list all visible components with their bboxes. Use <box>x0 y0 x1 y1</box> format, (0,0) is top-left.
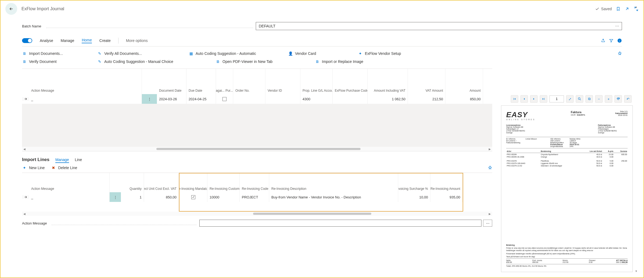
tab-create[interactable]: Create <box>99 38 111 43</box>
popout-icon[interactable] <box>625 6 629 11</box>
info-icon[interactable]: i <box>617 38 622 43</box>
scroll-right-icon[interactable]: ▶ <box>487 148 492 151</box>
delete-icon: ✖ <box>51 166 56 170</box>
cell-vendor-id[interactable] <box>265 94 300 104</box>
pdf-popout-button[interactable]: ⧉ <box>585 95 593 103</box>
vertical-scrollbar[interactable]: ▲ ▼ <box>634 5 639 273</box>
cell-reinv-code[interactable]: PROJECT <box>240 192 269 202</box>
col-quantity[interactable]: Quantity <box>121 173 144 192</box>
action-message-lookup-button[interactable]: ⋯ <box>483 220 492 227</box>
horizontal-scrollbar[interactable]: ◀ ▶ <box>22 147 492 151</box>
cell-reinv-amount[interactable]: 935,00 <box>430 192 463 202</box>
cell-match-order[interactable] <box>216 94 233 104</box>
cell-vat-amount[interactable]: 212,50 <box>408 94 445 104</box>
row-menu-button[interactable]: ⋮ <box>142 94 157 104</box>
cell-purchase-code[interactable] <box>333 94 368 104</box>
scroll-up-icon[interactable]: ▲ <box>635 5 638 8</box>
batch-name-input[interactable]: DEFAULT ⋯ <box>256 22 622 30</box>
col-lines-action-message[interactable]: Action Message <box>29 173 110 192</box>
col-action-message[interactable]: Action Message <box>29 69 142 94</box>
col-vat-amount[interactable]: VAT Amount <box>408 69 445 94</box>
import-replace-image-button[interactable]: 🗎 Import or Replace Image <box>315 59 363 64</box>
exflow-vendor-setup-button[interactable]: ✦ ExFlow Vendor Setup <box>358 51 401 56</box>
col-match-order[interactable]: Mat... agai... Pur... Order <box>216 69 233 94</box>
col-amount[interactable]: Amount <box>445 69 483 94</box>
pdf-zoom-in-button[interactable]: + <box>605 95 612 103</box>
new-line-button[interactable]: ✦ New Line <box>22 166 45 170</box>
col-reinv-mandatory[interactable]: Re-Invoicing Mandatory <box>179 173 207 192</box>
open-pdf-viewer-button[interactable]: 🗎 Open PDF-Viewer in New Tab <box>215 59 299 64</box>
cell-reinv-surcharge[interactable]: 10,00 <box>398 192 430 202</box>
pdf-search-button[interactable] <box>576 95 583 103</box>
checkbox-checked-icon[interactable] <box>191 195 195 199</box>
cell-due-date[interactable]: 2024-04-25 <box>186 94 216 104</box>
import-documents-button[interactable]: 🗎 Import Documents... <box>22 51 81 56</box>
row-menu-button[interactable]: ⋮ <box>110 192 121 202</box>
checkbox-icon[interactable] <box>222 97 226 101</box>
cell-amount-incl-vat[interactable]: 1 062,50 <box>368 94 408 104</box>
cell-direct-unit-cost[interactable]: 850,00 <box>144 192 179 202</box>
pdf-fit-width-button[interactable]: ⤢ <box>566 95 574 103</box>
cell-order-no[interactable] <box>233 94 265 104</box>
pdf-zoom-out-button[interactable]: − <box>595 95 603 103</box>
cell-prop-line[interactable]: 4300 <box>300 94 333 104</box>
col-purchase-code[interactable]: ExFlow Purchase Code <box>333 69 368 94</box>
auto-coding-automatic-button[interactable]: ▦ Auto Coding Suggestion - Automatic <box>189 51 272 56</box>
pdf-last-page-button[interactable] <box>540 95 547 103</box>
pdf-page-input[interactable] <box>549 95 564 102</box>
col-reinv-code[interactable]: Re-Invoicing Code <box>240 173 269 192</box>
pdf-next-page-button[interactable] <box>530 95 538 103</box>
tab-home[interactable]: Home <box>82 38 92 43</box>
delete-line-button[interactable]: ✖ Delete Line <box>51 166 77 170</box>
scroll-right-icon[interactable]: ▶ <box>487 212 492 215</box>
vendor-card-button[interactable]: 👤 Vendor Card <box>288 51 342 56</box>
view-toggle[interactable] <box>22 38 32 43</box>
cell-reinv-customer[interactable]: 10000 <box>207 192 240 202</box>
col-direct-unit-cost[interactable]: Direct Unit Cost Excl. VAT <box>144 173 179 192</box>
col-due-date[interactable]: Due Date <box>186 69 216 94</box>
action-message-input[interactable] <box>199 220 481 227</box>
pdf-refresh-button[interactable] <box>614 95 622 103</box>
back-button[interactable] <box>5 3 17 15</box>
scroll-left-icon[interactable]: ◀ <box>22 148 27 151</box>
pdf-document-preview[interactable]: EASY ONLINE STORES Faktura OCR 3164571 S… <box>501 105 633 272</box>
more-options-button[interactable]: More options <box>126 38 148 43</box>
scroll-left-icon[interactable]: ◀ <box>22 212 27 215</box>
cell-amount[interactable]: 850,00 <box>445 94 483 104</box>
col-vendor-id[interactable]: Vendor ID <box>265 69 300 94</box>
scroll-down-icon[interactable]: ▼ <box>635 270 638 273</box>
row-select-arrow[interactable] <box>22 97 29 101</box>
share-icon[interactable] <box>601 38 605 43</box>
tab-lines-line[interactable]: Line <box>75 158 82 162</box>
tab-analyse[interactable]: Analyse <box>40 38 53 43</box>
pdf-undo-button[interactable]: ↶ <box>624 95 632 103</box>
bookmark-icon[interactable] <box>616 6 620 11</box>
verify-all-documents-button[interactable]: ✎ Verify All Documents... <box>97 51 172 56</box>
auto-coding-manual-button[interactable]: ✎ Auto Coding Suggestion - Manual Choice <box>97 59 199 64</box>
col-document-date[interactable]: Document Date <box>157 69 186 94</box>
pdf-first-page-button[interactable] <box>511 95 518 103</box>
col-prop-line[interactable]: Prop. Line G/L Account <box>300 69 333 94</box>
col-reinv-desc[interactable]: Re-Invoicing Description <box>269 173 398 192</box>
cell-action-message[interactable]: _ <box>29 94 142 104</box>
pin-icon[interactable] <box>618 51 622 56</box>
col-reinv-surcharge[interactable]: Re-Invoicing Surcharge % <box>398 173 430 192</box>
tab-manage[interactable]: Manage <box>61 38 74 43</box>
pdf-prev-page-button[interactable] <box>520 95 528 103</box>
cell-document-date[interactable]: 2024-03-26 <box>157 94 186 104</box>
ellipsis-icon[interactable]: ⋯ <box>615 24 619 28</box>
col-order-no[interactable]: Order No. <box>233 69 265 94</box>
cell-reinv-desc[interactable]: Buy-from Vendor Name - Vendor Invoice No… <box>269 192 398 202</box>
filter-icon[interactable] <box>609 38 613 43</box>
col-reinv-amount[interactable]: Re-Invoicing Amount <box>430 173 463 192</box>
horizontal-scrollbar[interactable]: ◀ ▶ <box>22 212 492 216</box>
cell-lines-action-message[interactable]: _ <box>29 192 110 202</box>
tab-lines-manage[interactable]: Manage <box>55 158 69 163</box>
col-reinv-customer[interactable]: Re-Invoicing Customer No. <box>207 173 240 192</box>
pin-icon[interactable] <box>488 166 492 170</box>
row-select-arrow[interactable] <box>22 195 29 199</box>
col-amount-incl-vat[interactable]: Amount Including VAT <box>368 69 408 94</box>
cell-quantity[interactable]: 1 <box>121 192 144 202</box>
cell-reinv-mandatory[interactable] <box>179 192 207 202</box>
verify-document-button[interactable]: 🗎 Verify Document <box>22 59 81 64</box>
